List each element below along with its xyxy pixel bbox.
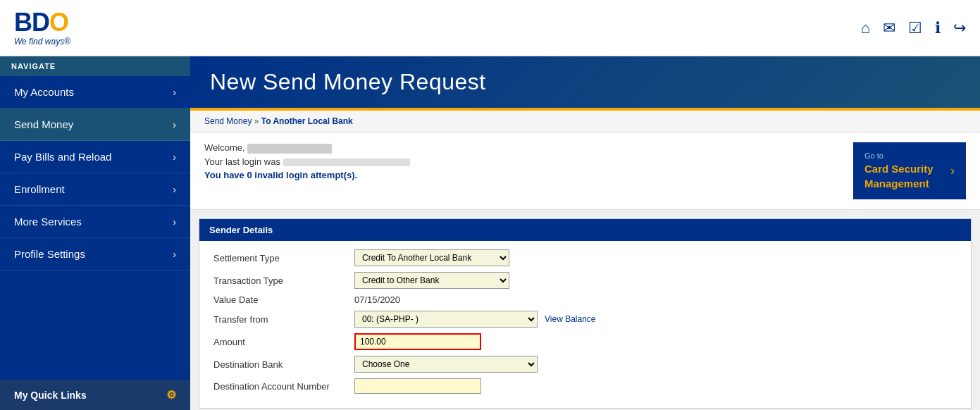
transfer-from-select[interactable]: 00: (SA-PHP- ) [354, 311, 538, 328]
more-services-chevron-icon: › [173, 216, 176, 228]
welcome-text: Welcome, Your last login was You have 0 … [204, 142, 410, 180]
sidebar-item-enrollment-label: Enrollment [14, 183, 65, 195]
login-date-redacted [283, 159, 410, 166]
sidebar-item-profile-settings[interactable]: Profile Settings › [0, 238, 190, 271]
content-area: New Send Money Request Send Money » To A… [190, 56, 980, 410]
card-security-button[interactable]: Go to Card Security Management › [853, 142, 966, 199]
amount-label: Amount [213, 337, 354, 347]
settlement-type-select[interactable]: Credit To Another Local Bank [354, 249, 509, 266]
main-layout: NAVIGATE My Accounts › Send Money › Pay … [0, 56, 980, 410]
card-security-text: Go to Card Security Management [864, 151, 945, 191]
bdo-logo: BDO [14, 10, 68, 35]
sidebar-item-send-money-label: Send Money [14, 118, 73, 130]
profile-settings-chevron-icon: › [173, 249, 176, 260]
amount-value [354, 333, 957, 350]
amount-row: Amount [213, 333, 957, 350]
page-title: New Send Money Request [210, 69, 960, 95]
sidebar: NAVIGATE My Accounts › Send Money › Pay … [0, 56, 190, 410]
username-redacted [247, 144, 332, 154]
welcome-greeting: Welcome, [204, 142, 410, 154]
transfer-from-row: Transfer from 00: (SA-PHP- ) View Balanc… [213, 311, 957, 328]
transaction-type-label: Transaction Type [213, 275, 354, 286]
settlement-type-label: Settlement Type [213, 253, 354, 263]
navigate-label: NAVIGATE [0, 56, 190, 76]
top-bar: BDO We find ways® ⌂ ✉ ☑ ℹ ↪ [0, 0, 980, 56]
sidebar-item-send-money[interactable]: Send Money › [0, 108, 190, 141]
breadcrumb-separator: » [254, 116, 259, 126]
mail-icon[interactable]: ✉ [883, 19, 895, 37]
enrollment-chevron-icon: › [173, 184, 176, 195]
destination-bank-row: Destination Bank Choose One [213, 356, 957, 373]
transaction-type-row: Transaction Type Credit to Other Bank [213, 272, 957, 289]
destination-bank-label: Destination Bank [213, 359, 354, 370]
sidebar-item-pay-bills-reload[interactable]: Pay Bills and Reload › [0, 141, 190, 173]
last-login-row: Your last login was [204, 156, 410, 167]
transfer-from-value: 00: (SA-PHP- ) View Balance [354, 311, 957, 328]
settlement-type-value: Credit To Another Local Bank [354, 249, 957, 266]
sidebar-item-my-accounts[interactable]: My Accounts › [0, 76, 190, 108]
card-security-title: Card Security Management [864, 161, 945, 191]
send-money-chevron-icon: › [173, 119, 176, 130]
logo-tagline: We find ways® [14, 37, 70, 46]
breadcrumb-current: To Another Local Bank [261, 116, 353, 126]
breadcrumb-parent[interactable]: Send Money [204, 116, 252, 126]
amount-input[interactable] [354, 333, 481, 350]
sender-details-section: Sender Details Settlement Type Credit To… [199, 218, 972, 409]
destination-bank-value: Choose One [354, 356, 957, 373]
welcome-section: Welcome, Your last login was You have 0 … [190, 132, 980, 210]
inner-content: Welcome, Your last login was You have 0 … [190, 132, 980, 410]
sidebar-item-profile-settings-label: Profile Settings [14, 248, 85, 260]
transaction-type-select[interactable]: Credit to Other Bank [354, 272, 509, 289]
sidebar-item-my-accounts-label: My Accounts [14, 86, 74, 98]
value-date-label: Value Date [213, 294, 354, 305]
transfer-from-label: Transfer from [213, 314, 354, 325]
top-icons-bar: ⌂ ✉ ☑ ℹ ↪ [861, 19, 966, 37]
sender-details-body: Settlement Type Credit To Another Local … [199, 241, 971, 408]
destination-account-value [354, 378, 957, 394]
quick-links-bar[interactable]: My Quick Links ⚙ [0, 380, 190, 410]
logout-icon[interactable]: ↪ [953, 19, 966, 37]
check-icon[interactable]: ☑ [908, 19, 922, 37]
breadcrumb: Send Money » To Another Local Bank [190, 111, 980, 132]
destination-bank-select[interactable]: Choose One [354, 356, 538, 373]
home-icon[interactable]: ⌂ [861, 19, 870, 37]
view-balance-link[interactable]: View Balance [545, 314, 596, 324]
sender-details-header: Sender Details [199, 219, 971, 241]
transaction-type-value: Credit to Other Bank [354, 272, 957, 289]
info-icon[interactable]: ℹ [935, 19, 941, 37]
value-date-row: Value Date 07/15/2020 [213, 294, 957, 305]
destination-account-label: Destination Account Number [213, 381, 354, 392]
destination-account-input[interactable] [354, 378, 481, 394]
go-to-label: Go to [864, 151, 945, 161]
header-banner: New Send Money Request [190, 56, 980, 111]
sidebar-item-more-services[interactable]: More Services › [0, 206, 190, 238]
value-date-display: 07/15/2020 [354, 294, 957, 305]
sidebar-item-enrollment[interactable]: Enrollment › [0, 173, 190, 206]
pay-bills-chevron-icon: › [173, 151, 176, 163]
sidebar-item-pay-bills-label: Pay Bills and Reload [14, 151, 111, 163]
gear-icon: ⚙ [166, 388, 176, 402]
destination-account-row: Destination Account Number [213, 378, 957, 394]
settlement-type-row: Settlement Type Credit To Another Local … [213, 249, 957, 266]
card-security-chevron-icon: › [950, 162, 955, 180]
sidebar-item-more-services-label: More Services [14, 216, 82, 228]
invalid-attempts-msg: You have 0 invalid login attempt(s). [204, 170, 410, 180]
my-accounts-chevron-icon: › [173, 87, 176, 98]
quick-links-label: My Quick Links [14, 390, 87, 401]
logo-area: BDO We find ways® [14, 10, 70, 46]
